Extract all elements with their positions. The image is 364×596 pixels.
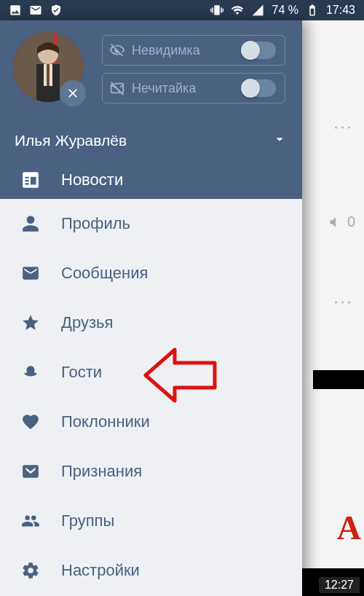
nav-profile[interactable]: Профиль bbox=[0, 199, 302, 248]
nav-confessions[interactable]: Признания bbox=[0, 447, 302, 496]
content-behind-drawer: ⋮ 0 ⋮ А 12:27 bbox=[302, 20, 364, 596]
nav-label: Друзья bbox=[61, 313, 113, 332]
nav-label: Поклонники bbox=[61, 412, 150, 431]
heart-mail-icon bbox=[0, 462, 61, 481]
nav-label: Признания bbox=[61, 462, 142, 481]
envelope-icon bbox=[0, 264, 61, 283]
nav-groups[interactable]: Группы bbox=[0, 496, 302, 546]
user-name: Илья Журавлёв bbox=[15, 132, 127, 149]
battery-percent: 74 % bbox=[272, 4, 298, 17]
drawer-header: Невидимка Нечитайка Илья Журавлёв Новост… bbox=[0, 20, 302, 199]
news-icon bbox=[0, 170, 61, 189]
battery-icon bbox=[306, 4, 319, 17]
toggle-label: Невидимка bbox=[132, 43, 242, 58]
thumbnail-bar bbox=[313, 370, 364, 389]
nav-label: Профиль bbox=[61, 214, 130, 233]
eye-off-icon bbox=[103, 42, 132, 58]
svg-rect-6 bbox=[47, 64, 50, 86]
person-icon bbox=[0, 214, 61, 233]
clock-text: 17:43 bbox=[326, 4, 355, 17]
nav-label: Гости bbox=[61, 363, 102, 382]
switch-off[interactable] bbox=[242, 42, 276, 59]
nav-settings[interactable]: Настройки bbox=[0, 546, 302, 595]
mail-off-icon bbox=[103, 80, 132, 96]
shield-icon bbox=[50, 4, 63, 17]
more-icon[interactable]: ⋮ bbox=[331, 293, 354, 310]
red-letter: А bbox=[337, 509, 361, 547]
nav-news[interactable]: Новости bbox=[0, 160, 302, 199]
annotation-arrow bbox=[142, 342, 222, 411]
toggle-label: Нечитайка bbox=[132, 81, 242, 96]
wifi-icon bbox=[231, 4, 244, 17]
nav-label: Сообщения bbox=[61, 264, 148, 283]
group-icon bbox=[0, 511, 61, 530]
invisibility-toggle[interactable]: Невидимка bbox=[102, 35, 285, 66]
nav-label: Группы bbox=[61, 511, 114, 530]
nav-label: Новости bbox=[61, 170, 123, 189]
status-bar: 74 % 17:43 bbox=[0, 0, 364, 20]
signal-icon bbox=[251, 4, 264, 17]
vibrate-icon bbox=[210, 4, 223, 17]
nav-messages[interactable]: Сообщения bbox=[0, 248, 302, 298]
mute-count: 0 bbox=[328, 213, 355, 230]
star-icon bbox=[0, 313, 61, 332]
account-switcher[interactable]: Илья Журавлёв bbox=[0, 121, 302, 160]
mail-icon bbox=[29, 4, 42, 17]
image-icon bbox=[9, 4, 22, 17]
more-icon[interactable]: ⋮ bbox=[331, 118, 354, 136]
hat-icon bbox=[0, 363, 61, 382]
close-icon[interactable] bbox=[60, 80, 86, 106]
chevron-down-icon bbox=[272, 131, 288, 151]
switch-off[interactable] bbox=[242, 79, 276, 97]
nav-label: Настройки bbox=[61, 561, 140, 580]
noread-toggle[interactable]: Нечитайка bbox=[102, 73, 285, 103]
side-drawer: Невидимка Нечитайка Илья Журавлёв Новост… bbox=[0, 20, 302, 596]
nav-friends[interactable]: Друзья bbox=[0, 298, 302, 348]
video-duration: 12:27 bbox=[319, 577, 360, 593]
heart-icon bbox=[0, 412, 61, 431]
gear-icon bbox=[0, 561, 61, 580]
